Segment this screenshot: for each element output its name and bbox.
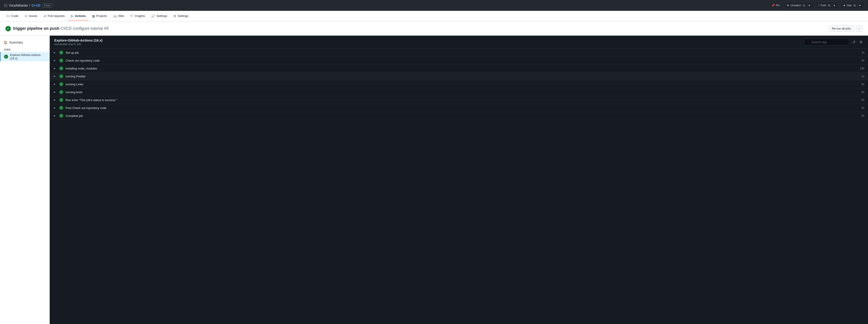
public-badge: Public: [42, 3, 53, 7]
tab-security[interactable]: 🛡 Insights: [127, 12, 148, 21]
tab-insights[interactable]: 📈 Settings: [149, 12, 170, 21]
chevron-right-icon: ►: [53, 67, 57, 70]
settings-icon: ⚙: [174, 14, 176, 18]
step-check-icon: ✓: [60, 67, 62, 70]
unwatch-dropdown-icon[interactable]: ▾: [807, 3, 811, 8]
step-time: 0s: [862, 91, 864, 94]
tab-projects[interactable]: ▦ Projects: [89, 12, 110, 21]
search-wrapper: 🔍: [804, 39, 849, 45]
step-time: 1s: [862, 51, 864, 54]
step-status-icon: ✓: [59, 106, 63, 110]
pin-label: Pin: [776, 4, 780, 7]
issues-icon: ⊙: [25, 14, 27, 18]
more-dots-icon: ···: [858, 27, 861, 30]
page-title: trigger pipeline on push CI/CD configure…: [13, 26, 108, 31]
rerun-all-jobs-button[interactable]: Re-run all jobs: [829, 25, 854, 32]
pin-button[interactable]: 📌 Pin: [769, 3, 782, 8]
refresh-icon: ↺: [852, 40, 855, 44]
step-time: 0s: [862, 98, 864, 102]
step-status-icon: ✓: [59, 90, 63, 94]
security-icon: 🛡: [130, 14, 133, 18]
job-label: Explore-GitHub-Actions (16.x): [10, 53, 46, 60]
log-subtitle: succeeded now in 19s: [54, 43, 102, 46]
nav-actions: 📌 Pin 👁 Unwatch 1 ▾ ⑂ Fork 0 ▾ ★ Star 0 …: [769, 2, 864, 9]
chevron-right-icon: ►: [53, 59, 57, 62]
sidebar-summary-item[interactable]: 🏠 Summary: [0, 39, 50, 45]
step-status-icon: ✓: [59, 82, 63, 86]
run-workflow-ref: CI/CD configure tutorial: [61, 26, 103, 31]
step-check-icon: ✓: [60, 107, 62, 109]
run-number: #9: [104, 26, 108, 31]
chevron-right-icon: ►: [53, 82, 57, 86]
step-check-icon: ✓: [60, 99, 62, 102]
chevron-right-icon: ►: [53, 98, 57, 102]
step-check-icon: ✓: [60, 91, 62, 94]
step-name: Check out repository code: [66, 59, 859, 62]
star-button[interactable]: ★ Star 0 ▾: [841, 2, 864, 9]
actions-icon: ▷: [71, 14, 73, 18]
star-count: 0: [853, 4, 857, 7]
star-dropdown-icon[interactable]: ▾: [858, 3, 862, 8]
page-title-area: ✓ trigger pipeline on push CI/CD configu…: [5, 26, 108, 31]
header-buttons: Re-run all jobs ···: [829, 25, 863, 32]
log-controls: 🔍 ↺ ⚙: [804, 39, 864, 45]
tab-insights-label: Settings: [156, 14, 167, 17]
separator: /: [29, 4, 30, 7]
owner-name[interactable]: YuraAbharian: [9, 4, 28, 7]
chevron-right-icon: ►: [53, 51, 57, 54]
tab-code[interactable]: <> Code: [4, 12, 21, 21]
tab-issues[interactable]: ⊙ Issues: [22, 12, 40, 21]
run-title-prefix: trigger pipeline on push: [13, 26, 59, 31]
step-name: Run echo "This job's status is success.": [66, 98, 859, 102]
log-step-row[interactable]: ► ✓ running Prettier 1s: [50, 72, 868, 80]
chevron-right-icon: ►: [53, 114, 57, 117]
fork-count: 0: [827, 4, 831, 7]
step-time: 0s: [862, 82, 864, 86]
repo-name[interactable]: CI-CD: [32, 4, 40, 7]
tab-settings[interactable]: ⚙ Settings: [170, 12, 191, 21]
step-status-icon: ✓: [59, 66, 63, 70]
run-status-icon: ✓: [5, 26, 11, 31]
pull-requests-icon: ⇄: [43, 14, 46, 18]
fork-icon: ⑂: [818, 4, 819, 7]
tab-security-label: Insights: [135, 14, 145, 17]
step-check-icon: ✓: [60, 51, 62, 54]
main-layout: 🏠 Summary Jobs ✓ Explore-GitHub-Actions …: [0, 36, 868, 324]
tab-actions[interactable]: ▷ Actions: [68, 12, 88, 21]
step-time: 13s: [860, 67, 864, 70]
tab-pull-requests[interactable]: ⇄ Pull requests: [41, 12, 67, 21]
step-status-icon: ✓: [59, 59, 63, 63]
log-settings-button[interactable]: ⚙: [859, 39, 864, 45]
refresh-button[interactable]: ↺: [851, 39, 856, 45]
log-step-row[interactable]: ► ✓ installing node_modules 13s: [50, 65, 868, 72]
log-step-row[interactable]: ► ✓ running tests 0s: [50, 88, 868, 96]
log-step-row[interactable]: ► ✓ Post Check out repository code 0s: [50, 104, 868, 112]
log-step-row[interactable]: ► ✓ running Linter 0s: [50, 80, 868, 88]
unwatch-label: Unwatch: [790, 4, 801, 7]
fork-dropdown-icon[interactable]: ▾: [832, 3, 836, 8]
log-step-row[interactable]: ► ✓ Complete job 0s: [50, 112, 868, 120]
tab-wiki[interactable]: 📖 Wiki: [111, 12, 127, 21]
repo-icon: ⬛: [4, 4, 7, 7]
job-status-icon: ✓: [4, 55, 8, 59]
log-step-row[interactable]: ► ✓ Check out repository code 0s: [50, 57, 868, 65]
step-check-icon: ✓: [60, 114, 62, 117]
eye-icon: 👁: [786, 4, 789, 7]
step-check-icon: ✓: [60, 83, 62, 86]
step-name: Complete job: [66, 114, 859, 117]
step-status-icon: ✓: [59, 98, 63, 102]
fork-button[interactable]: ⑂ Fork 0 ▾: [815, 2, 839, 9]
sidebar-job-explore-github-actions[interactable]: ✓ Explore-GitHub-Actions (16.x): [0, 52, 50, 61]
step-check-icon: ✓: [60, 75, 62, 78]
log-step-row[interactable]: ► ✓ Run echo "This job's status is succe…: [50, 96, 868, 104]
search-logs-input[interactable]: [804, 39, 849, 45]
step-name: installing node_modules: [66, 67, 858, 70]
step-time: 0s: [862, 106, 864, 109]
step-status-icon: ✓: [59, 114, 63, 118]
log-panel: Explore-GitHub-Actions (16.x) succeeded …: [50, 36, 868, 324]
more-options-button[interactable]: ···: [856, 25, 863, 32]
star-label: Star: [847, 4, 852, 7]
log-step-row[interactable]: ► ✓ Set up job 1s: [50, 49, 868, 57]
step-name: running Prettier: [66, 75, 859, 78]
unwatch-button[interactable]: 👁 Unwatch 1 ▾: [784, 2, 814, 9]
